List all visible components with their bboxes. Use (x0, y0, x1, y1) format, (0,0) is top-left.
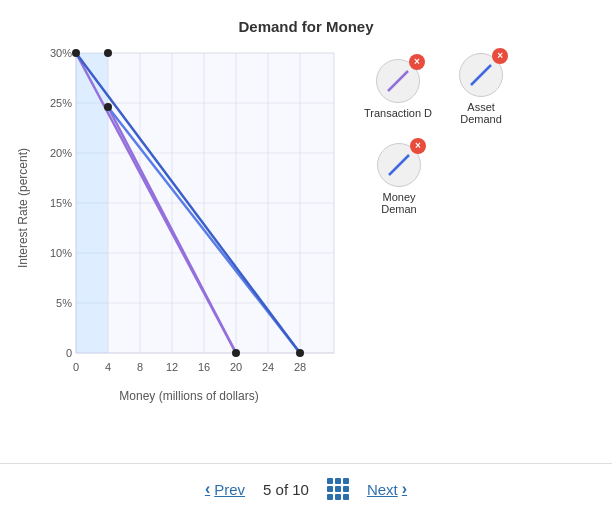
legend-item-transaction: × Transaction D (364, 59, 432, 119)
y-axis-label: Interest Rate (percent) (16, 148, 30, 268)
legend-circle-money: × (377, 143, 421, 187)
legend-circle-asset: × (459, 53, 503, 97)
prev-chevron-icon: ‹ (205, 480, 210, 498)
total-pages: 10 (292, 481, 309, 498)
footer: ‹ Prev 5 of 10 Next › (0, 463, 612, 514)
svg-text:16: 16 (198, 361, 210, 373)
next-label: Next (367, 481, 398, 498)
of-label: of (276, 481, 289, 498)
svg-text:24: 24 (262, 361, 274, 373)
chart-container: Interest Rate (percent) (16, 43, 596, 403)
next-button[interactable]: Next › (367, 480, 407, 498)
grid-icon[interactable] (327, 478, 349, 500)
page-indicator: 5 of 10 (263, 481, 309, 498)
legend-item-asset: × Asset Demand (446, 53, 516, 125)
legend-label-money: Money Deman (364, 191, 434, 215)
svg-text:28: 28 (294, 361, 306, 373)
svg-text:0: 0 (66, 347, 72, 359)
legend-label-transaction: Transaction D (364, 107, 432, 119)
svg-text:15%: 15% (50, 197, 72, 209)
svg-text:25%: 25% (50, 97, 72, 109)
legend-close-transaction[interactable]: × (409, 54, 425, 70)
svg-rect-17 (76, 53, 108, 353)
chart-and-xaxis: 30% 25% 20% 15% 10% 5% 0 0 4 8 12 16 20 … (34, 43, 344, 403)
legend-item-money: × Money Deman (364, 143, 434, 215)
svg-line-43 (388, 71, 408, 91)
svg-text:20%: 20% (50, 147, 72, 159)
svg-text:4: 4 (105, 361, 111, 373)
svg-text:5%: 5% (56, 297, 72, 309)
legend-row-2: × Money Deman (364, 143, 516, 215)
legend-row-1: × Transaction D × Asset Demand (364, 53, 516, 125)
legend-circle-transaction: × (376, 59, 420, 103)
legend-line-transaction (383, 66, 413, 96)
graph-svg: 30% 25% 20% 15% 10% 5% 0 0 4 8 12 16 20 … (34, 43, 344, 383)
legend-label-asset: Asset Demand (446, 101, 516, 125)
svg-text:12: 12 (166, 361, 178, 373)
prev-button[interactable]: ‹ Prev (205, 480, 245, 498)
svg-point-38 (72, 49, 80, 57)
svg-point-40 (104, 103, 112, 111)
svg-text:20: 20 (230, 361, 242, 373)
legend-close-money[interactable]: × (410, 138, 426, 154)
svg-text:0: 0 (73, 361, 79, 373)
svg-text:10%: 10% (50, 247, 72, 259)
svg-text:8: 8 (137, 361, 143, 373)
svg-line-45 (389, 155, 409, 175)
chart-title: Demand for Money (0, 18, 612, 35)
legend-line-asset (466, 60, 496, 90)
svg-point-39 (104, 49, 112, 57)
svg-point-41 (232, 349, 240, 357)
legend-area: × Transaction D × Asset Demand (364, 53, 516, 215)
svg-point-42 (296, 349, 304, 357)
current-page: 5 (263, 481, 271, 498)
svg-text:30%: 30% (50, 47, 72, 59)
legend-line-money (384, 150, 414, 180)
svg-line-44 (471, 65, 491, 85)
next-chevron-icon: › (402, 480, 407, 498)
page: Demand for Money Interest Rate (percent) (0, 0, 612, 514)
prev-label: Prev (214, 481, 245, 498)
x-axis-label: Money (millions of dollars) (34, 389, 344, 403)
graph-wrapper: 30% 25% 20% 15% 10% 5% 0 0 4 8 12 16 20 … (34, 43, 344, 383)
legend-close-asset[interactable]: × (492, 48, 508, 64)
